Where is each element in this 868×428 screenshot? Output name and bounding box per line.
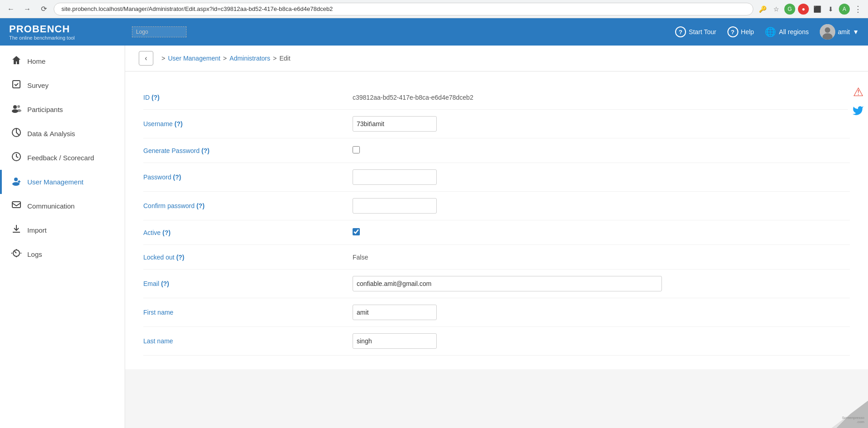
- sidebar-label-home: Home: [27, 57, 45, 65]
- extension-icon2[interactable]: ●: [798, 4, 809, 15]
- form-row-active: Active (?): [143, 220, 850, 245]
- logo-area: Logo: [132, 26, 187, 37]
- sidebar-label-survey: Survey: [27, 82, 49, 89]
- right-icons: ⚠: [848, 82, 868, 122]
- last-name-input[interactable]: [353, 333, 437, 349]
- alert-icon-button[interactable]: ⚠: [848, 82, 868, 102]
- sidebar-item-communication[interactable]: Communication: [0, 194, 125, 218]
- help-label: Help: [741, 28, 754, 36]
- help-locked-out[interactable]: (?): [176, 254, 184, 261]
- reload-nav-button[interactable]: ⟳: [37, 3, 50, 15]
- screenpresso-watermark: Screenpresso.com: [842, 416, 864, 424]
- user-menu[interactable]: amit ▼: [820, 24, 859, 40]
- value-locked-out: False: [353, 254, 850, 261]
- menu-icon[interactable]: ⋮: [853, 4, 863, 15]
- generate-password-checkbox[interactable]: [353, 146, 360, 153]
- label-email: Email (?): [143, 280, 353, 287]
- sidebar-label-import: Import: [27, 226, 47, 234]
- help-username[interactable]: (?): [174, 120, 182, 127]
- sidebar-label-feedback-scorecard: Feedback / Scorecard: [27, 154, 94, 162]
- value-active: [353, 228, 850, 237]
- label-id: ID (?): [143, 94, 353, 101]
- data-analysis-icon: [11, 127, 22, 140]
- svg-point-4: [13, 105, 17, 109]
- form-row-locked-out: Locked out (?) False: [143, 245, 850, 270]
- username-input[interactable]: [353, 116, 437, 132]
- alert-icon: ⚠: [853, 85, 863, 99]
- svg-point-7: [17, 109, 21, 112]
- avatar-image: [820, 24, 835, 40]
- help-password[interactable]: (?): [173, 173, 181, 181]
- label-username: Username (?): [143, 120, 353, 127]
- form-row-last-name: Last name: [143, 327, 850, 356]
- bookmark-icon[interactable]: ☆: [771, 4, 782, 15]
- download-icon[interactable]: ⬇: [825, 4, 836, 15]
- page-curl: Screenpresso.com: [832, 401, 868, 428]
- form-row-first-name: First name: [143, 298, 850, 327]
- app-body: Home Survey Participants Data & Analysis…: [0, 46, 868, 428]
- svg-point-6: [17, 105, 20, 108]
- value-first-name: [353, 305, 850, 320]
- form-row-email: Email (?): [143, 270, 850, 298]
- forward-nav-button[interactable]: →: [21, 3, 34, 15]
- first-name-input[interactable]: [353, 305, 437, 320]
- sidebar-item-home[interactable]: Home: [0, 49, 125, 73]
- value-id: c39812aa-bd52-417e-b8ca-e6d4e78dceb2: [353, 94, 850, 101]
- survey-icon: [11, 79, 22, 92]
- start-tour-button[interactable]: ? Start Tour: [675, 26, 716, 37]
- label-last-name: Last name: [143, 337, 353, 345]
- sidebar-item-logs[interactable]: Logs: [0, 242, 125, 266]
- sidebar-label-data-analysis: Data & Analysis: [27, 130, 75, 138]
- sidebar-item-import[interactable]: Import: [0, 218, 125, 242]
- email-input[interactable]: [353, 276, 662, 291]
- breadcrumb-sep-0: >: [161, 55, 165, 62]
- sidebar-item-feedback-scorecard[interactable]: Feedback / Scorecard: [0, 146, 125, 170]
- sidebar-item-survey[interactable]: Survey: [0, 73, 125, 97]
- twitter-icon: [852, 105, 864, 120]
- all-regions-button[interactable]: 🌐 All regions: [765, 26, 808, 37]
- all-regions-label: All regions: [779, 28, 808, 36]
- twitter-icon-button[interactable]: [848, 102, 868, 122]
- label-active: Active (?): [143, 229, 353, 236]
- start-tour-icon: ?: [675, 26, 686, 37]
- value-email: [353, 276, 850, 291]
- svg-point-11: [12, 182, 20, 186]
- help-generate-password[interactable]: (?): [202, 147, 210, 154]
- form-container: ID (?) c39812aa-bd52-417e-b8ca-e6d4e78dc…: [125, 71, 868, 369]
- sidebar-item-user-management[interactable]: User Management: [0, 170, 125, 194]
- breadcrumb-administrators[interactable]: Administrators: [230, 55, 270, 62]
- sidebar-label-communication: Communication: [27, 202, 75, 210]
- value-last-name: [353, 333, 850, 349]
- form-row-username: Username (?): [143, 110, 850, 138]
- profile-icon[interactable]: A: [839, 4, 850, 15]
- sidebar-item-data-analysis[interactable]: Data & Analysis: [0, 122, 125, 146]
- help-active[interactable]: (?): [162, 229, 171, 236]
- svg-point-10: [14, 178, 18, 181]
- help-id[interactable]: (?): [151, 94, 160, 101]
- sidebar-label-logs: Logs: [27, 250, 42, 258]
- svg-rect-12: [12, 202, 20, 208]
- extension-icon3[interactable]: ⬛: [812, 4, 823, 15]
- brand-title: PROBENCH: [9, 23, 132, 35]
- header-right: ? Start Tour ? Help 🌐 All regions amit ▼: [187, 24, 859, 40]
- help-confirm-password[interactable]: (?): [197, 202, 205, 209]
- active-checkbox[interactable]: [353, 228, 360, 235]
- sidebar-item-participants[interactable]: Participants: [0, 97, 125, 122]
- confirm-password-input[interactable]: [353, 198, 437, 214]
- key-icon[interactable]: 🔑: [757, 4, 768, 15]
- help-email[interactable]: (?): [161, 280, 169, 287]
- locked-out-text: False: [353, 254, 368, 261]
- back-button[interactable]: ‹: [139, 51, 153, 66]
- help-button[interactable]: ? Help: [727, 26, 754, 37]
- extension-icon1[interactable]: G: [784, 4, 795, 15]
- avatar: [820, 24, 835, 40]
- breadcrumb-user-management[interactable]: User Management: [168, 55, 220, 62]
- label-first-name: First name: [143, 309, 353, 316]
- participants-icon: [11, 103, 22, 116]
- address-bar[interactable]: [54, 3, 753, 15]
- value-generate-password: [353, 146, 850, 155]
- back-nav-button[interactable]: ←: [5, 3, 17, 15]
- label-locked-out: Locked out (?): [143, 254, 353, 261]
- password-input[interactable]: [353, 169, 437, 185]
- svg-rect-3: [13, 81, 20, 88]
